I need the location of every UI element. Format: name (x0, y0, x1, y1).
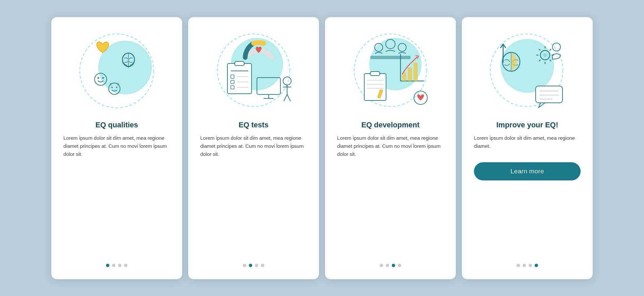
illustration-eq-development (347, 27, 434, 115)
dot-3 (529, 264, 532, 267)
svg-rect-35 (414, 62, 418, 81)
svg-point-43 (500, 39, 554, 93)
card-dots-eq-development (380, 257, 401, 267)
dot-3 (255, 264, 258, 267)
card-text-eq-development: Lorem ipsum dolor sit dim amet, mea regi… (337, 134, 444, 158)
dot-4 (535, 264, 538, 267)
cards-container: EQ qualities Lorem ipsum dolor sit dim a… (31, 4, 613, 293)
dot-2 (386, 264, 389, 267)
dot-2 (523, 264, 526, 267)
card-title-eq-qualities: EQ qualities (95, 121, 138, 129)
svg-rect-34 (408, 68, 412, 81)
dot-2 (249, 264, 252, 267)
dot-4 (398, 264, 401, 267)
card-text-eq-qualities: Lorem ipsum dolor sit dim amet, mea regi… (63, 134, 170, 158)
svg-point-8 (111, 87, 113, 88)
card-text-improve-eq: Lorem ipsum dolor sit dim amet, mea regi… (474, 134, 581, 150)
card-text-eq-tests: Lorem ipsum dolor sit dim amet, mea regi… (200, 134, 307, 158)
svg-point-24 (283, 77, 291, 85)
svg-point-9 (116, 87, 117, 88)
svg-rect-27 (370, 56, 411, 59)
svg-rect-59 (536, 86, 562, 103)
svg-point-49 (543, 53, 547, 57)
dot-1 (517, 264, 520, 267)
svg-rect-37 (370, 72, 380, 76)
card-dots-eq-qualities (106, 257, 127, 267)
card-title-improve-eq: Improve your EQ! (496, 121, 558, 129)
dot-4 (261, 264, 264, 267)
card-title-eq-development: EQ development (361, 121, 420, 129)
card-dots-improve-eq (517, 257, 538, 267)
illustration-eq-tests (210, 27, 297, 115)
card-eq-development: EQ development Lorem ipsum dolor sit dim… (325, 17, 456, 279)
illustration-improve-eq (484, 27, 571, 115)
svg-line-56 (550, 49, 551, 50)
illustration-eq-qualities (73, 27, 160, 115)
card-improve-eq: Improve your EQ! Lorem ipsum dolor sit d… (462, 17, 593, 279)
dot-2 (112, 264, 115, 267)
svg-point-58 (552, 43, 560, 51)
svg-point-5 (98, 77, 99, 79)
learn-more-button[interactable]: Learn more (474, 162, 581, 180)
card-eq-qualities: EQ qualities Lorem ipsum dolor sit dim a… (51, 17, 182, 279)
svg-rect-36 (364, 74, 386, 100)
dot-1 (380, 264, 383, 267)
dot-3 (118, 264, 121, 267)
dot-1 (243, 264, 246, 267)
dot-4 (124, 264, 127, 267)
dot-3 (392, 264, 395, 267)
svg-rect-13 (235, 61, 244, 66)
card-eq-tests: EQ tests Lorem ipsum dolor sit dim amet,… (188, 17, 319, 279)
card-title-eq-tests: EQ tests (238, 121, 268, 129)
card-dots-eq-tests (243, 257, 264, 267)
svg-point-6 (102, 77, 104, 79)
dot-1 (106, 264, 109, 267)
